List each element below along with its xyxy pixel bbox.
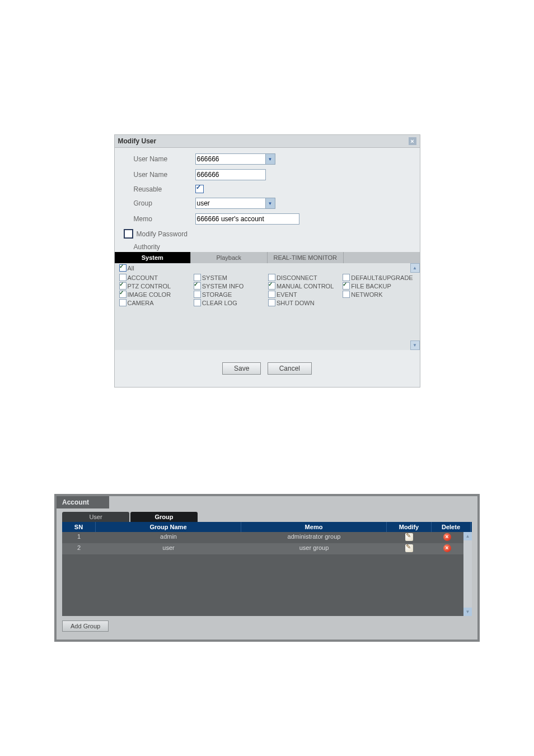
perm-systeminfo-checkbox[interactable] <box>194 282 201 290</box>
group-scrollbar[interactable]: ▲ ▼ <box>463 532 472 616</box>
group-table-body: 1 admin administrator group × 2 user use… <box>62 532 472 616</box>
user-name-input[interactable] <box>195 169 266 180</box>
authority-tabs: System Playback REAL-TIME MONITOR <box>115 252 420 263</box>
delete-icon[interactable]: × <box>443 533 451 541</box>
user-name-select-input[interactable] <box>195 153 266 165</box>
add-group-button[interactable]: Add Group <box>62 620 109 632</box>
modify-icon[interactable] <box>405 533 413 541</box>
cell-sn: 1 <box>62 532 96 543</box>
dialog-title-text: Modify User <box>118 137 157 145</box>
modify-user-dialog: Modify User × User Name ▼ User Name Reus… <box>114 134 420 388</box>
modify-password-checkbox[interactable] <box>124 229 133 239</box>
perm-manualcontrol: MANUAL CONTROL <box>277 283 334 290</box>
permissions-area: ▲ All ACCOUNT PTZ CONTROL IMAGE COLOR CA… <box>115 263 420 350</box>
table-row: 2 user user group × <box>62 543 463 554</box>
memo-label: Memo <box>134 215 195 223</box>
col-modify: Modify <box>387 522 432 532</box>
perm-camera: CAMERA <box>128 300 154 306</box>
cell-sn: 2 <box>62 543 96 554</box>
perm-network: NETWORK <box>351 291 382 298</box>
perm-shutdown-checkbox[interactable] <box>268 299 275 306</box>
account-panel: Account User Group SN Group Name Memo Mo… <box>54 494 480 642</box>
col-memo: Memo <box>241 522 387 532</box>
user-name2-label: User Name <box>134 171 195 179</box>
tab-realtime[interactable]: REAL-TIME MONITOR <box>268 252 344 263</box>
perm-clearlog-checkbox[interactable] <box>194 299 201 306</box>
scroll-up-icon[interactable]: ▲ <box>410 263 420 273</box>
reusable-checkbox[interactable] <box>195 185 204 193</box>
perm-manualcontrol-checkbox[interactable] <box>268 282 275 290</box>
close-icon[interactable]: × <box>409 137 416 145</box>
perm-event-checkbox[interactable] <box>268 291 275 298</box>
tab-spacer <box>344 252 420 263</box>
cancel-button[interactable]: Cancel <box>268 362 312 375</box>
perm-system: SYSTEM <box>202 274 227 281</box>
scroll-up-icon[interactable]: ▲ <box>463 532 472 540</box>
perm-account: ACCOUNT <box>128 274 158 281</box>
perm-imagecolor-checkbox[interactable] <box>119 291 127 298</box>
perm-storage-checkbox[interactable] <box>194 291 201 298</box>
tab-user[interactable]: User <box>62 512 129 522</box>
user-name-label: User Name <box>134 155 195 163</box>
col-delete: Delete <box>432 522 471 532</box>
dialog-titlebar: Modify User × <box>115 135 420 148</box>
account-tabs: User Group <box>62 512 477 522</box>
perm-defaultupgrade-checkbox[interactable] <box>343 274 350 281</box>
group-table-header: SN Group Name Memo Modify Delete <box>62 522 472 532</box>
cell-memo: administrator group <box>241 532 387 543</box>
authority-label: Authority <box>134 243 411 251</box>
memo-input[interactable] <box>195 213 299 225</box>
perm-ptz: PTZ CONTROL <box>128 283 171 290</box>
perm-network-checkbox[interactable] <box>343 291 350 298</box>
group-dropdown-icon[interactable]: ▼ <box>266 198 275 209</box>
perm-camera-checkbox[interactable] <box>119 299 127 306</box>
perm-filebackup-checkbox[interactable] <box>343 282 350 290</box>
perm-ptz-checkbox[interactable] <box>119 282 127 290</box>
dialog-body: User Name ▼ User Name Reusable Group ▼ M… <box>115 148 420 352</box>
perm-defaultupgrade: DEFAULT&UPGRADE <box>351 274 413 281</box>
tab-group[interactable]: Group <box>130 512 198 522</box>
perm-event: EVENT <box>277 291 297 298</box>
reusable-label: Reusable <box>134 185 195 193</box>
modify-password-label: Modify Password <box>137 230 188 238</box>
perm-disconnect: DISCONNECT <box>277 274 317 281</box>
cell-name: user <box>96 543 241 554</box>
col-sn: SN <box>62 522 96 532</box>
all-checkbox[interactable] <box>119 264 127 272</box>
perm-filebackup: FILE BACKUP <box>351 283 391 290</box>
perm-shutdown: SHUT DOWN <box>277 300 315 306</box>
group-select-input[interactable] <box>195 198 266 209</box>
table-row: 1 admin administrator group × <box>62 532 463 543</box>
col-groupname: Group Name <box>96 522 241 532</box>
perm-system-checkbox[interactable] <box>194 274 201 281</box>
perm-clearlog: CLEAR LOG <box>202 300 237 306</box>
account-header: Account <box>57 496 109 508</box>
perm-account-checkbox[interactable] <box>119 274 127 281</box>
group-label: Group <box>134 199 195 207</box>
tab-system[interactable]: System <box>115 252 191 263</box>
cell-memo: user group <box>241 543 387 554</box>
delete-icon[interactable]: × <box>443 544 451 552</box>
perm-disconnect-checkbox[interactable] <box>268 274 275 281</box>
perm-storage: STORAGE <box>202 291 232 298</box>
perm-systeminfo: SYSTEM INFO <box>202 283 244 290</box>
group-table: SN Group Name Memo Modify Delete 1 admin… <box>62 522 472 616</box>
user-name-dropdown-icon[interactable]: ▼ <box>266 153 275 165</box>
tab-playback[interactable]: Playback <box>191 252 268 263</box>
perm-imagecolor: IMAGE COLOR <box>128 291 171 298</box>
dialog-buttons: Save Cancel <box>115 352 420 387</box>
save-button[interactable]: Save <box>222 362 261 375</box>
cell-name: admin <box>96 532 241 543</box>
all-label: All <box>128 265 134 272</box>
scroll-down-icon[interactable]: ▼ <box>410 340 420 350</box>
modify-icon[interactable] <box>405 544 413 552</box>
scroll-down-icon[interactable]: ▼ <box>463 608 472 616</box>
